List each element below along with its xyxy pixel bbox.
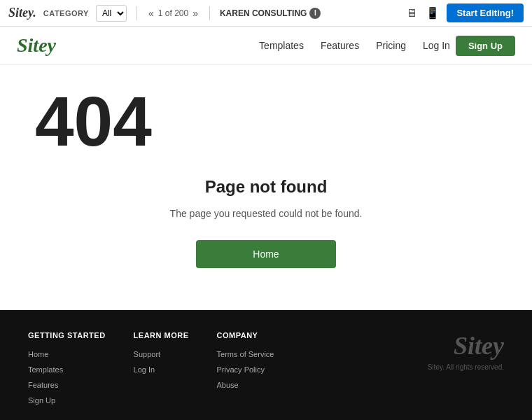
category-label: CATEGORY — [43, 9, 89, 18]
page-indicator: 1 of 200 — [158, 8, 188, 18]
next-page-button[interactable]: » — [191, 8, 200, 19]
footer-col-heading-2: LEARN MORE — [134, 331, 189, 340]
toolbar-divider-2 — [209, 6, 210, 20]
footer-links-learn-more: Support Log In — [134, 348, 189, 374]
nav-links: Templates Features Pricing Log In — [259, 40, 450, 51]
footer-columns: GETTING STARTED Home Templates Features … — [28, 331, 428, 410]
user-label: KAREN CONSULTING i — [220, 8, 321, 19]
footer-link-templates[interactable]: Templates — [28, 363, 106, 374]
footer: GETTING STARTED Home Templates Features … — [0, 310, 532, 420]
user-info-icon[interactable]: i — [309, 8, 321, 19]
footer-col-heading-1: GETTING STARTED — [28, 331, 106, 340]
main-content: 404 Page not found The page you requeste… — [0, 65, 532, 310]
footer-link-features[interactable]: Features — [28, 379, 106, 390]
footer-logo: Sitey — [454, 331, 504, 360]
home-button[interactable]: Home — [196, 240, 336, 268]
footer-link-signup[interactable]: Sign Up — [28, 394, 106, 405]
category-select[interactable]: All — [96, 5, 127, 22]
toolbar-logo: Sitey. — [8, 6, 36, 20]
footer-copyright: Sitey. All rights reserved. — [428, 363, 504, 371]
toolbar: Sitey. CATEGORY All « 1 of 200 » KAREN C… — [0, 0, 532, 27]
footer-link-abuse[interactable]: Abuse — [217, 379, 274, 390]
footer-link-support[interactable]: Support — [134, 348, 189, 359]
features-link[interactable]: Features — [321, 40, 359, 51]
pagination-nav: « 1 of 200 » — [147, 8, 200, 19]
nav-templates[interactable]: Templates — [259, 40, 304, 51]
error-code: 404 — [35, 86, 152, 156]
footer-link-terms[interactable]: Terms of Service — [217, 348, 274, 359]
footer-col-learn-more: LEARN MORE Support Log In — [134, 331, 189, 410]
desktop-view-button[interactable]: 🖥 — [405, 6, 419, 21]
templates-link[interactable]: Templates — [259, 40, 304, 51]
prev-page-button[interactable]: « — [147, 8, 155, 19]
footer-link-login[interactable]: Log In — [134, 363, 189, 374]
footer-links-getting-started: Home Templates Features Sign Up — [28, 348, 106, 405]
footer-logo-area: Sitey Sitey. All rights reserved. — [428, 331, 504, 410]
footer-link-privacy[interactable]: Privacy Policy — [217, 363, 274, 374]
site-nav: Sitey Templates Features Pricing Log In … — [0, 27, 532, 65]
footer-col-heading-3: COMPANY — [217, 331, 274, 340]
error-title: Page not found — [205, 177, 328, 197]
mobile-view-button[interactable]: 📱 — [424, 5, 441, 21]
nav-features[interactable]: Features — [321, 40, 359, 51]
pricing-link[interactable]: Pricing — [376, 40, 406, 51]
site-logo: Sitey — [17, 34, 56, 57]
footer-col-company: COMPANY Terms of Service Privacy Policy … — [217, 331, 274, 410]
signup-button[interactable]: Sign Up — [456, 36, 515, 56]
login-link[interactable]: Log In — [423, 40, 450, 51]
footer-col-getting-started: GETTING STARTED Home Templates Features … — [28, 331, 106, 410]
footer-links-company: Terms of Service Privacy Policy Abuse — [217, 348, 274, 390]
footer-link-home[interactable]: Home — [28, 348, 106, 359]
error-message: The page you requested could not be foun… — [170, 208, 363, 219]
toolbar-divider — [136, 6, 137, 20]
view-toggle: 🖥 📱 Start Editing! — [405, 4, 524, 22]
start-editing-button[interactable]: Start Editing! — [447, 4, 524, 22]
nav-login[interactable]: Log In — [423, 40, 450, 51]
nav-pricing[interactable]: Pricing — [376, 40, 406, 51]
